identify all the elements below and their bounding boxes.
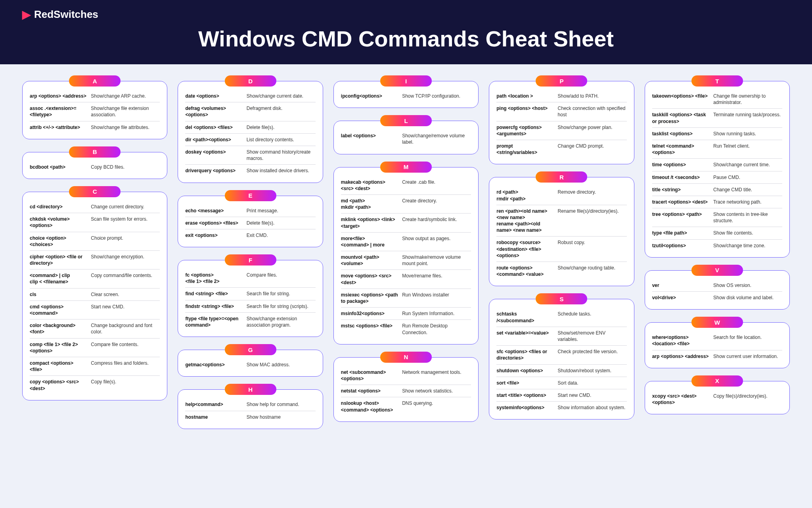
- command-row: makecab <options> <src> <dest>Create .ca…: [341, 176, 471, 195]
- command-text: tracert <options> <dest>: [652, 199, 713, 205]
- command-desc: Copy file(s)/directory(ies).: [713, 393, 782, 406]
- command-desc: Show file contents.: [713, 230, 782, 236]
- command-text: vol<drive>: [652, 294, 713, 301]
- command-desc: Show/change routing table.: [558, 265, 627, 277]
- command-desc: Show/change/remove volume label.: [402, 133, 471, 145]
- command-desc: Schedule tasks.: [558, 311, 627, 323]
- command-desc: Rename file(s)/directory(ies).: [558, 208, 627, 234]
- command-desc: Start new CMD.: [91, 304, 160, 316]
- command-desc: Show/change power plan.: [558, 124, 627, 137]
- section-i: Iipconfig<options>Show TCP/IP configurat…: [333, 81, 479, 108]
- command-desc: Defragment disk.: [247, 105, 316, 118]
- command-desc: Change background and font color.: [91, 322, 160, 335]
- section-badge: V: [691, 265, 743, 276]
- command-desc: Compress files and folders.: [91, 360, 160, 373]
- command-desc: Change CMD prompt.: [558, 143, 627, 156]
- command-text: copy <options> <src> <dest>: [30, 379, 91, 391]
- command-desc: Create .cab file.: [402, 179, 471, 192]
- command-text: cipher <option> <file or directory>: [30, 254, 91, 266]
- command-row: md <path> mkdir <path>Create directory.: [341, 195, 471, 214]
- section-e: Eecho <message>Print message.erase <opti…: [178, 196, 323, 248]
- command-text: netstat <options>: [341, 388, 402, 394]
- column: Iipconfig<options>Show TCP/IP configurat…: [333, 81, 479, 429]
- command-desc: Show/change file attributes.: [91, 124, 160, 131]
- command-desc: Check protected file version.: [558, 348, 627, 361]
- command-row: tracert <options> <dest>Trace networking…: [652, 196, 782, 208]
- command-text: cd <directory>: [30, 204, 91, 210]
- command-text: bcdboot <path>: [30, 164, 91, 170]
- command-desc: Show/change current date.: [247, 93, 316, 99]
- command-desc: Show current user information.: [713, 353, 782, 360]
- command-text: more<file> <command> | more: [341, 235, 402, 248]
- command-text: powercfg <options> <arguments>: [496, 124, 557, 137]
- command-row: move <options> <src> <dest>Move/rename f…: [341, 270, 471, 289]
- command-text: systeminfo<options>: [496, 404, 557, 411]
- command-desc: Show/change file extension association.: [91, 105, 160, 118]
- command-text: msiexec <options> <path to package>: [341, 292, 402, 304]
- section-badge: X: [691, 375, 743, 387]
- section-m: Mmakecab <options> <src> <dest>Create .c…: [333, 167, 479, 344]
- command-desc: Search file for string.: [247, 291, 316, 297]
- command-row: cmd <options> <command>Start new CMD.: [30, 301, 160, 319]
- section-d: Ddate <options>Show/change current date.…: [178, 81, 323, 183]
- command-desc: Show MAC address.: [247, 362, 316, 368]
- command-text: <command> | clip clip < <filename>: [30, 272, 91, 285]
- command-row: start <title> <options>Start new CMD.: [496, 389, 626, 402]
- command-text: type <file path>: [652, 230, 713, 236]
- command-row: vol<drive>Show disk volume and label.: [652, 292, 782, 304]
- command-desc: Show help for command.: [247, 401, 316, 408]
- command-row: attrib <+/-> <attribute>Show/change file…: [30, 121, 160, 133]
- section-badge: S: [536, 293, 587, 304]
- section-box: help<command>Show help for command.hostn…: [178, 389, 323, 429]
- command-text: xcopy <src> <dest> <options>: [652, 393, 713, 406]
- command-row: ren <path><old name> <new name> rename <…: [496, 205, 626, 237]
- command-text: tasklist <options>: [652, 131, 713, 137]
- command-text: takeown<options> <file>: [652, 93, 713, 106]
- section-w: Wwhere<options> <location> <file>Search …: [645, 322, 790, 368]
- command-desc: Change file ownership to administrator.: [713, 93, 782, 106]
- command-text: sort <file>: [496, 380, 557, 386]
- command-text: cls: [30, 291, 91, 298]
- command-desc: List directory contents.: [247, 137, 316, 143]
- command-text: title <string>: [652, 187, 713, 193]
- command-desc: Show disk volume and label.: [713, 294, 782, 301]
- section-badge: G: [225, 344, 276, 355]
- section-a: Aarp <options> <address>Show/change ARP …: [22, 81, 167, 139]
- section-box: takeown<options> <file>Change file owner…: [645, 81, 790, 258]
- command-text: where<options> <location> <file>: [652, 334, 713, 347]
- command-text: schtasks /<subcommand>: [496, 311, 557, 323]
- command-desc: Compare files.: [247, 272, 316, 285]
- command-text: chkdsk <volume> <options>: [30, 216, 91, 229]
- command-row: schtasks /<subcommand>Schedule tasks.: [496, 308, 626, 327]
- command-text: telnet <command> <options>: [652, 143, 713, 156]
- command-desc: Shutdown/reboot system.: [558, 368, 627, 374]
- command-desc: Scan file system for errors.: [91, 216, 160, 229]
- command-desc: Change current directory.: [91, 204, 160, 210]
- command-desc: Move/rename files.: [402, 273, 471, 285]
- command-row: prompt <string/variables>Change CMD prom…: [496, 140, 626, 158]
- section-badge: H: [225, 384, 276, 395]
- section-box: echo <message>Print message.erase <optio…: [178, 196, 323, 248]
- command-text: comp <file 1> <file 2> <options>: [30, 341, 91, 354]
- section-box: cd <directory>Change current directory.c…: [22, 192, 167, 400]
- command-desc: Show/change current time.: [713, 162, 782, 168]
- command-row: erase <options> <files>Delete file(s).: [185, 217, 315, 229]
- command-desc: Show/add to PATH.: [558, 93, 627, 99]
- section-box: makecab <options> <src> <dest>Create .ca…: [333, 167, 479, 344]
- command-text: findstr <string> <file>: [185, 303, 246, 310]
- header: ▶ RedSwitches Windows CMD Commands Cheat…: [0, 0, 812, 64]
- command-row: type <file path>Show file contents.: [652, 227, 782, 239]
- command-desc: Show information about system.: [558, 404, 627, 411]
- command-row: defrag <volumes> <options>Defragment dis…: [185, 102, 315, 121]
- column: Ttakeown<options> <file>Change file owne…: [645, 81, 790, 429]
- command-desc: Search for file location.: [713, 334, 782, 347]
- command-desc: Sort data.: [558, 380, 627, 386]
- column: Ddate <options>Show/change current date.…: [178, 81, 323, 429]
- command-text: compact <options> <file>: [30, 360, 91, 373]
- command-text: time <options>: [652, 162, 713, 168]
- command-text: assoc .<extension>=<filetype>: [30, 105, 91, 118]
- command-text: defrag <volumes> <options>: [185, 105, 246, 118]
- command-text: date <options>: [185, 93, 246, 99]
- command-desc: Change CMD title.: [713, 187, 782, 193]
- command-row: netstat <options>Show network statistics…: [341, 385, 471, 397]
